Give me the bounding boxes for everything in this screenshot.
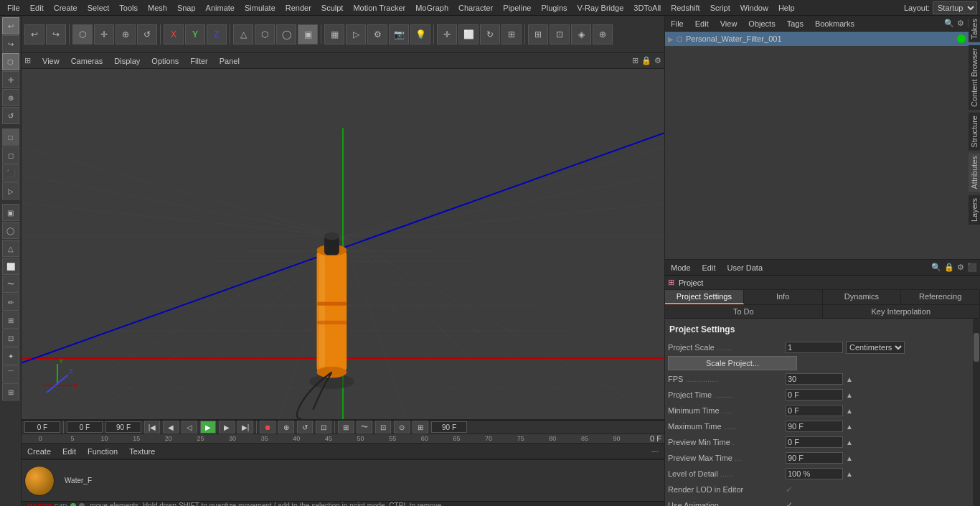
menu-character[interactable]: Character [454, 2, 497, 14]
tool-sphere[interactable]: ◯ [2, 222, 19, 239]
max-time-input[interactable] [786, 421, 843, 432]
mat-texture[interactable]: Texture [126, 446, 158, 457]
menu-simulate[interactable]: Simulate [240, 2, 280, 14]
light-icon[interactable]: 💡 [410, 24, 430, 44]
vtab-takes[interactable]: Takes [969, 16, 980, 42]
obj-search-icon[interactable]: 🔍 [944, 19, 954, 28]
render-icon[interactable]: ▦ [324, 24, 344, 44]
menu-animate[interactable]: Animate [202, 2, 239, 14]
play-btn[interactable]: ▶ [200, 421, 216, 434]
attr-tab-project-settings[interactable]: Project Settings [665, 290, 744, 304]
tool-object[interactable]: ◻ [2, 146, 19, 164]
camera-icon[interactable]: 📷 [389, 24, 409, 44]
undo-icon[interactable]: ↩ [24, 24, 44, 44]
vp-expand-icon[interactable]: ⊞ [632, 56, 639, 65]
vtab-layers[interactable]: Layers [969, 195, 980, 225]
menu-pipeline[interactable]: Pipeline [499, 2, 535, 14]
scale-tool-icon[interactable]: ⬜ [458, 24, 479, 44]
attr-lock-icon[interactable]: 🔒 [944, 263, 954, 272]
timeline-key-btn[interactable]: ⊞ [338, 421, 354, 434]
edge-mode-icon[interactable]: ⬡ [255, 24, 275, 44]
grid-icon[interactable]: ⊞ [528, 24, 548, 44]
attr-scrollbar[interactable] [973, 319, 980, 506]
fps-stepper-up[interactable]: ▲ [846, 375, 853, 383]
menu-mesh[interactable]: Mesh [143, 2, 171, 14]
obj-menu-file[interactable]: File [668, 18, 687, 29]
obj-menu-view[interactable]: View [717, 18, 740, 29]
tree-dot-green[interactable] [957, 34, 966, 43]
attr-menu-edit[interactable]: Edit [699, 262, 719, 273]
record-btn[interactable]: ⏺ [260, 421, 275, 434]
mat-function[interactable]: Function [85, 446, 121, 457]
material-ball[interactable] [24, 466, 55, 496]
menu-3dto[interactable]: 3DToAll [629, 2, 665, 14]
menu-select[interactable]: Select [83, 2, 114, 14]
go-end-btn[interactable]: ▶| [237, 421, 253, 434]
tool-undo[interactable]: ↩ [2, 17, 19, 34]
rlod-checkbox[interactable]: ✓ [786, 484, 793, 495]
attr-tab-key-interp[interactable]: Key Interpolation [823, 305, 981, 318]
menu-vray[interactable]: V-Ray Bridge [573, 2, 628, 14]
symmetry-icon[interactable]: ◈ [571, 24, 591, 44]
lod-stepper[interactable]: ▲ [846, 470, 853, 478]
tool-scene[interactable]: ⬛ [2, 164, 19, 182]
obj-menu-objects[interactable]: Objects [745, 18, 778, 29]
menu-motion-tracker[interactable]: Motion Tracker [349, 2, 410, 14]
attr-expand-icon[interactable]: ⬛ [967, 263, 977, 272]
attr-search-icon[interactable]: 🔍 [931, 263, 941, 272]
attr-scrollbar-thumb[interactable] [974, 333, 979, 362]
min-time-input[interactable] [786, 405, 843, 416]
vp-menu-cameras[interactable]: Cameras [68, 55, 106, 67]
end-time-field2[interactable] [431, 421, 467, 433]
mintime-stepper[interactable]: ▲ [846, 407, 853, 415]
attr-menu-mode[interactable]: Mode [668, 262, 694, 273]
snapping-icon[interactable]: ⊡ [550, 24, 570, 44]
x-axis-btn[interactable]: X [164, 24, 184, 44]
y-axis-btn[interactable]: Y [185, 24, 205, 44]
menu-window[interactable]: Window [736, 2, 773, 14]
tool-rotate[interactable]: ↺ [2, 107, 19, 124]
record-rot-btn[interactable]: ↺ [297, 421, 313, 434]
vp-menu-view[interactable]: View [39, 55, 62, 67]
menu-help[interactable]: Help [774, 2, 799, 14]
menu-mograph[interactable]: MoGraph [411, 2, 453, 14]
attr-tab-dynamics[interactable]: Dynamics [823, 290, 902, 304]
tool-redo[interactable]: ↪ [2, 35, 19, 52]
menu-file[interactable]: File [3, 2, 24, 14]
vp-menu-display[interactable]: Display [111, 55, 143, 67]
tool-camera[interactable]: ⊡ [2, 329, 19, 347]
vtab-structure[interactable]: Structure [969, 113, 980, 151]
menu-snap[interactable]: Snap [173, 2, 200, 14]
vtab-attributes[interactable]: Attributes [969, 153, 980, 192]
obj-settings-icon[interactable]: ⚙ [957, 19, 964, 28]
start-time-field[interactable] [67, 421, 103, 433]
attr-tab-info[interactable]: Info [744, 290, 823, 304]
tool-plane[interactable]: ⬜ [2, 258, 19, 275]
vp-menu-options[interactable]: Options [149, 55, 182, 67]
step-back-btn[interactable]: ◀ [163, 421, 179, 434]
tool-null[interactable]: ⊞ [2, 311, 19, 329]
rotate-tool-icon[interactable]: ↻ [480, 24, 500, 44]
obj-menu-edit[interactable]: Edit [692, 18, 712, 29]
tool-cone[interactable]: △ [2, 240, 19, 257]
timeline-motion-btn[interactable]: ⊡ [375, 421, 391, 434]
tool-model[interactable]: □ [2, 128, 19, 146]
scale-icon[interactable]: ⊕ [116, 24, 136, 44]
tool-mirror[interactable]: ⊞ [2, 383, 19, 400]
rotate-icon[interactable]: ↺ [137, 24, 157, 44]
mat-create[interactable]: Create [24, 446, 54, 457]
lod-input[interactable] [786, 468, 843, 479]
move-tool-icon[interactable]: ✛ [437, 24, 457, 44]
quantize-icon[interactable]: ⊕ [593, 24, 613, 44]
attr-gear-icon[interactable]: ⚙ [957, 263, 964, 272]
menu-plugins[interactable]: Plugins [537, 2, 571, 14]
select-icon[interactable]: ⬡ [72, 24, 93, 44]
units-select[interactable]: Centimeters [846, 341, 905, 354]
tree-item-water-filter[interactable]: ▶ ⬡ Personal_Water_Filter_001 [665, 32, 980, 46]
vp-lock-icon[interactable]: 🔒 [641, 56, 651, 65]
tool-bend[interactable]: ⌒ [2, 365, 19, 383]
tool-select[interactable]: ⬡ [2, 53, 19, 70]
prev-min-input[interactable] [786, 436, 843, 448]
tool-scale[interactable]: ⊕ [2, 89, 19, 106]
tool-spline[interactable]: 〜 [2, 276, 19, 293]
